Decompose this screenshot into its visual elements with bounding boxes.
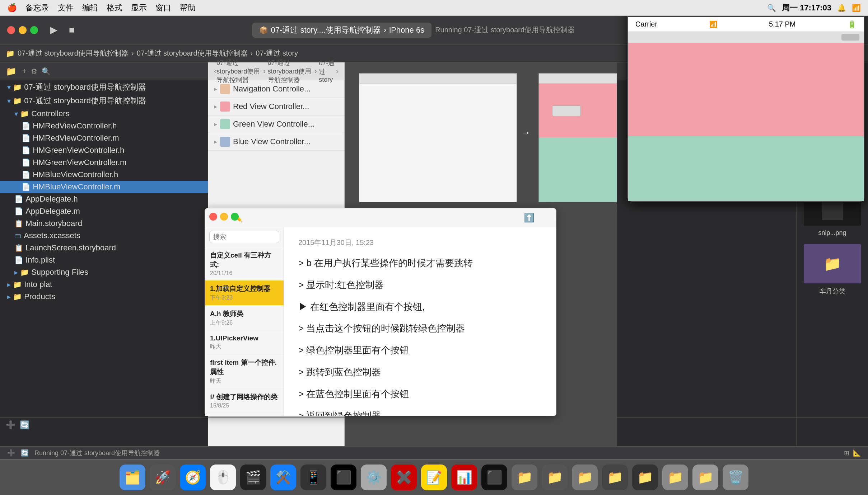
notes-top-bar: 2015年11月30日, 15:23 — [298, 238, 542, 248]
refresh-icon[interactable]: 🔄 — [20, 420, 29, 430]
nav-item-green[interactable]: ▸ Green View Controlle... — [208, 116, 344, 133]
nav-panel-header: ‹ 07-通过 storyboard使用导航控制器 › 07-通过 storyb… — [208, 62, 344, 80]
tree-root[interactable]: ▾ 📁 07-通过 storyboard使用导航控制器 — [0, 80, 208, 94]
dock-files-1[interactable]: 📁 — [512, 465, 537, 490]
statusbar-add[interactable]: ➕ — [7, 449, 15, 457]
statusbar-icon-2[interactable]: 📐 — [853, 449, 861, 457]
tree-main-storyboard-label: Main.storyboard — [25, 219, 82, 228]
note-item-4[interactable]: first item 第一个控件.属性 昨天 — [205, 354, 284, 389]
breadcrumb-item-2[interactable]: 07-通过 storyboard使用导航控制器 — [137, 48, 248, 58]
scheme-selector[interactable]: 📦 07-通过 story....使用导航控制器 › iPhone 6s — [252, 23, 432, 38]
tree-main-storyboard[interactable]: 📋 Main.storyboard — [0, 217, 208, 230]
dock-mouse[interactable]: 🖱️ — [210, 465, 236, 490]
tree-controllers[interactable]: ▾ 📁 Controllers — [0, 108, 208, 120]
dock-simulator[interactable]: 📱 — [300, 465, 326, 490]
dock-trash[interactable]: 🗑️ — [723, 465, 748, 490]
note-item-0[interactable]: 自定义cell 有三种方式: 20/11/16 — [205, 247, 284, 280]
statusbar-refresh[interactable]: 🔄 — [21, 449, 29, 457]
tree-appdelegate-h[interactable]: 📄 AppDelegate.h — [0, 193, 208, 205]
menubar-notification[interactable]: 🔔 — [837, 4, 846, 12]
tree-appdelegate-m[interactable]: 📄 AppDelegate.m — [0, 205, 208, 217]
notes-text[interactable]: > b 在用户执行某些操作的时候才需要跳转 > 显示时:红色控制器 ▶ 在红色控… — [298, 255, 542, 416]
vc-scene-nav[interactable] — [359, 73, 517, 202]
dock-film[interactable]: 🎬 — [240, 465, 266, 490]
dock-ppt-red[interactable]: 📊 — [451, 465, 477, 490]
menu-window[interactable]: 窗口 — [155, 3, 171, 13]
tree-products[interactable]: ▸ 📁 Products — [0, 291, 208, 303]
notes-maximize[interactable] — [231, 213, 239, 221]
dock-safari[interactable]: 🧭 — [180, 465, 206, 490]
dock-files-7[interactable]: 📁 — [692, 465, 718, 490]
dock-launchpad[interactable]: 🚀 — [150, 465, 176, 490]
nav-item-blue[interactable]: ▸ Blue View Controller... — [208, 133, 344, 151]
dock-files-6[interactable]: 📁 — [662, 465, 688, 490]
note-item-2[interactable]: A.h 教师类 上午9:26 — [205, 306, 284, 331]
menu-display[interactable]: 显示 — [131, 3, 147, 13]
dock-xmind[interactable]: ✖️ — [391, 465, 417, 490]
dock-files-5[interactable]: 📁 — [632, 465, 658, 490]
tree-into-plat-label: Into plat — [24, 280, 52, 289]
dock-settings[interactable]: ⚙️ — [361, 465, 387, 490]
thumbnail-4[interactable]: 📁 — [804, 244, 861, 283]
tree-hmred-m[interactable]: 📄 HMRedViewController.m — [0, 132, 208, 144]
notes-close[interactable] — [209, 213, 217, 221]
nav-item-red[interactable]: ▸ Red View Controller... — [208, 98, 344, 116]
statusbar-icon-1[interactable]: ⊞ — [844, 449, 849, 457]
sim-nav-button[interactable] — [841, 34, 859, 41]
menubar-wifi[interactable]: 📶 — [852, 4, 861, 12]
menu-beiwanglu[interactable]: 备忘录 — [25, 3, 49, 13]
note-item-3[interactable]: 1.UIPickerView 昨天 — [205, 331, 284, 354]
dock: 🗂️ 🚀 🧭 🖱️ 🎬 ⚒️ 📱 ⬛ ⚙️ ✖️ 📝 📊 ⬛ 📁 📁 📁 📁 📁… — [0, 459, 868, 495]
vc-button[interactable] — [552, 105, 581, 116]
vc-arrow-1: → — [521, 127, 531, 138]
tree-assets[interactable]: 🗃 Assets.xcassets — [0, 230, 208, 242]
nav-back[interactable]: ‹ — [214, 67, 216, 76]
menu-help[interactable]: 帮助 — [180, 3, 196, 13]
simulator-window: iPhone 6s - iPhone 6s / iOS 9.0 (13A340)… — [627, 4, 864, 202]
tree-into-plat[interactable]: ▸ 📁 Into plat — [0, 278, 208, 291]
file-options-icon[interactable]: ⚙ — [31, 67, 37, 76]
tree-hmgreen-m[interactable]: 📄 HMGreenViewController.m — [0, 156, 208, 169]
note-item-6[interactable]: 学习—> 不知道—>知道—>不熟练—>熟… 15/8/25 — [205, 413, 284, 416]
tree-hmgreen-h[interactable]: 📄 HMGreenViewController.h — [0, 144, 208, 156]
run-button[interactable]: ▶ — [47, 23, 60, 37]
tree-launchscreen[interactable]: 📋 LaunchScreen.storyboard — [0, 242, 208, 254]
tree-hmblue-m[interactable]: 📄 HMBlueViewController.m — [0, 181, 208, 193]
close-button[interactable] — [7, 26, 15, 34]
dock-xcode[interactable]: ⚒️ — [270, 465, 296, 490]
breadcrumb-item-3[interactable]: 07-通过 story — [256, 48, 298, 58]
breadcrumb-item-1[interactable]: 07-通过 storyboard使用导航控制器 — [18, 48, 129, 58]
tree-supporting[interactable]: ▸ 📁 Supporting Files — [0, 266, 208, 278]
apple-menu[interactable]: 🍎 — [7, 3, 17, 13]
tree-hmblue-h[interactable]: 📄 HMBlueViewController.h — [0, 169, 208, 181]
notes-minimize[interactable] — [220, 213, 228, 221]
tree-infoplist[interactable]: 📄 Info.plist — [0, 254, 208, 266]
add-file-bottom[interactable]: ➕ — [6, 420, 15, 430]
notes-share-icon[interactable]: ⬆️ — [524, 213, 535, 223]
dock-files-2[interactable]: 📁 — [542, 465, 568, 490]
menu-format[interactable]: 格式 — [107, 3, 122, 13]
dock-files-3[interactable]: 📁 — [572, 465, 598, 490]
menubar-search-icon[interactable]: 🔍 — [767, 4, 776, 12]
note-item-1[interactable]: 1.加载自定义控制器 下午3:23 — [205, 280, 284, 306]
note-item-5[interactable]: f/ 创建了网络操作的类 15/8/25 — [205, 389, 284, 413]
vc-scene-red[interactable] — [538, 73, 617, 202]
dock-notes[interactable]: 📝 — [421, 465, 447, 490]
nav-forward[interactable]: › — [336, 67, 339, 76]
tree-root-copy[interactable]: ▾ 📁 07-通过 storyboard使用导航控制器 — [0, 94, 208, 108]
stop-button[interactable]: ■ — [66, 23, 78, 37]
dock-ppt-black[interactable]: ⬛ — [481, 465, 507, 490]
dock-finder[interactable]: 🗂️ — [120, 465, 145, 490]
notes-search-input[interactable] — [209, 231, 279, 243]
tree-hmred-h[interactable]: 📄 HMRedViewController.h — [0, 120, 208, 132]
vc-scene-red-teal — [539, 137, 617, 202]
menu-file[interactable]: 文件 — [58, 3, 74, 13]
menubar: 🍎 备忘录 文件 编辑 格式 显示 窗口 帮助 🔍 周一 17:17:03 🔔 … — [0, 0, 868, 16]
minimize-button[interactable] — [19, 26, 27, 34]
maximize-button[interactable] — [30, 26, 38, 34]
filter-icon[interactable]: 🔍 — [42, 67, 51, 76]
dock-files-4[interactable]: 📁 — [602, 465, 628, 490]
add-file-icon[interactable]: + — [22, 67, 27, 76]
dock-terminal[interactable]: ⬛ — [331, 465, 356, 490]
menu-edit[interactable]: 编辑 — [82, 3, 98, 13]
